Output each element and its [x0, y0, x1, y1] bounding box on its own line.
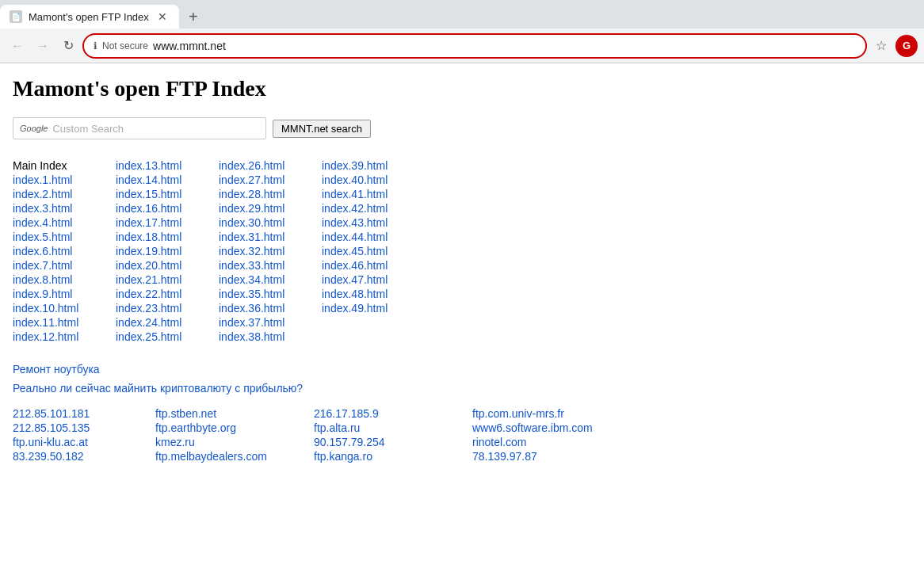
- bottom-link-cell[interactable]: 216.17.185.9: [314, 407, 472, 420]
- index-link[interactable]: index.7.html: [13, 259, 72, 272]
- index-link[interactable]: index.6.html: [13, 245, 72, 257]
- profile-button[interactable]: G: [895, 35, 918, 57]
- bottom-link[interactable]: ftp.uni-klu.ac.at: [13, 436, 88, 448]
- promo-link-1[interactable]: Ремонт ноутбука: [13, 363, 911, 376]
- index-link[interactable]: index.11.html: [13, 316, 78, 329]
- index-cell[interactable]: index.33.html: [219, 258, 322, 273]
- index-cell[interactable]: index.21.html: [116, 273, 219, 287]
- index-cell[interactable]: index.7.html: [13, 258, 116, 273]
- bookmark-button[interactable]: ☆: [870, 35, 892, 57]
- index-link[interactable]: index.14.html: [116, 174, 181, 186]
- index-cell[interactable]: index.3.html: [13, 201, 116, 215]
- index-cell[interactable]: index.9.html: [13, 287, 116, 301]
- index-cell[interactable]: index.47.html: [322, 273, 425, 287]
- index-link[interactable]: index.10.html: [13, 302, 78, 315]
- index-cell[interactable]: index.8.html: [13, 273, 116, 287]
- index-link[interactable]: index.47.html: [322, 273, 388, 286]
- index-link[interactable]: index.49.html: [322, 302, 388, 315]
- bottom-link-cell[interactable]: kmez.ru: [155, 436, 314, 448]
- index-link[interactable]: index.19.html: [116, 245, 181, 257]
- index-link[interactable]: index.36.html: [219, 302, 284, 315]
- address-bar[interactable]: ℹ Not secure www.mmnt.net: [82, 33, 867, 59]
- index-cell[interactable]: index.27.html: [219, 173, 322, 187]
- index-link[interactable]: index.44.html: [322, 231, 388, 243]
- index-link[interactable]: index.42.html: [322, 202, 388, 215]
- index-cell[interactable]: index.49.html: [322, 301, 425, 315]
- index-cell[interactable]: index.4.html: [13, 215, 116, 230]
- bottom-link[interactable]: ftp.alta.ru: [314, 421, 360, 434]
- index-cell[interactable]: index.34.html: [219, 273, 322, 287]
- bottom-link[interactable]: 90.157.79.254: [314, 436, 385, 448]
- index-cell[interactable]: index.16.html: [116, 201, 219, 215]
- bottom-link-cell[interactable]: www6.software.ibm.com: [472, 421, 694, 434]
- back-button[interactable]: ←: [6, 35, 29, 57]
- bottom-link-cell[interactable]: 212.85.105.135: [13, 421, 155, 434]
- index-link[interactable]: index.34.html: [219, 273, 284, 286]
- search-button[interactable]: MMNT.net search: [273, 120, 371, 138]
- bottom-link[interactable]: ftp.stben.net: [155, 407, 216, 420]
- index-link[interactable]: index.28.html: [219, 188, 284, 200]
- index-link[interactable]: index.12.html: [13, 330, 78, 343]
- index-link[interactable]: index.25.html: [116, 330, 181, 343]
- index-link[interactable]: index.38.html: [219, 330, 284, 343]
- index-link[interactable]: index.21.html: [116, 273, 181, 286]
- bottom-link[interactable]: 83.239.50.182: [13, 450, 84, 463]
- index-cell[interactable]: index.28.html: [219, 187, 322, 201]
- index-cell[interactable]: index.36.html: [219, 301, 322, 315]
- index-cell[interactable]: index.18.html: [116, 230, 219, 244]
- bottom-link[interactable]: ftp.com.univ-mrs.fr: [472, 407, 564, 420]
- index-cell[interactable]: index.5.html: [13, 230, 116, 244]
- bottom-link[interactable]: ftp.kanga.ro: [314, 450, 372, 463]
- index-cell[interactable]: index.38.html: [219, 330, 322, 344]
- index-cell[interactable]: index.32.html: [219, 244, 322, 258]
- tab-close-button[interactable]: ✕: [155, 10, 170, 24]
- index-cell[interactable]: index.19.html: [116, 244, 219, 258]
- index-link[interactable]: index.31.html: [219, 231, 284, 243]
- index-link[interactable]: index.40.html: [322, 174, 388, 186]
- index-link[interactable]: index.39.html: [322, 159, 388, 172]
- index-link[interactable]: index.15.html: [116, 188, 181, 200]
- index-link[interactable]: index.32.html: [219, 245, 284, 257]
- index-cell[interactable]: index.10.html: [13, 301, 116, 315]
- index-link[interactable]: index.26.html: [219, 159, 284, 172]
- index-cell[interactable]: index.31.html: [219, 230, 322, 244]
- index-cell[interactable]: index.42.html: [322, 201, 425, 215]
- index-link[interactable]: index.23.html: [116, 302, 181, 315]
- index-cell[interactable]: index.45.html: [322, 244, 425, 258]
- index-link[interactable]: index.27.html: [219, 174, 284, 186]
- bottom-link[interactable]: 212.85.105.135: [13, 421, 90, 434]
- bottom-link-cell[interactable]: ftp.com.univ-mrs.fr: [472, 407, 694, 420]
- index-link[interactable]: index.2.html: [13, 188, 72, 200]
- bottom-link-cell[interactable]: 78.139.97.87: [472, 450, 694, 463]
- index-cell[interactable]: index.15.html: [116, 187, 219, 201]
- index-link[interactable]: index.3.html: [13, 202, 72, 215]
- refresh-button[interactable]: ↻: [57, 35, 79, 57]
- index-cell[interactable]: index.37.html: [219, 315, 322, 330]
- index-link[interactable]: index.48.html: [322, 288, 388, 300]
- index-cell[interactable]: index.12.html: [13, 330, 116, 344]
- bottom-link[interactable]: ftp.earthbyte.org: [155, 421, 236, 434]
- bottom-link-cell[interactable]: 90.157.79.254: [314, 436, 472, 448]
- index-link[interactable]: index.22.html: [116, 288, 181, 300]
- index-cell[interactable]: index.14.html: [116, 173, 219, 187]
- index-link[interactable]: index.35.html: [219, 288, 284, 300]
- index-link[interactable]: index.4.html: [13, 216, 72, 229]
- index-cell[interactable]: index.30.html: [219, 215, 322, 230]
- index-link[interactable]: index.43.html: [322, 216, 388, 229]
- index-cell[interactable]: index.24.html: [116, 315, 219, 330]
- index-cell[interactable]: index.35.html: [219, 287, 322, 301]
- index-link[interactable]: index.8.html: [13, 273, 72, 286]
- index-cell[interactable]: index.11.html: [13, 315, 116, 330]
- bottom-link-cell[interactable]: 212.85.101.181: [13, 407, 155, 420]
- promo-link-2[interactable]: Реально ли сейчас майнить криптовалюту с…: [13, 382, 911, 395]
- index-link[interactable]: index.20.html: [116, 259, 181, 272]
- bottom-link[interactable]: 212.85.101.181: [13, 407, 90, 420]
- index-cell[interactable]: index.40.html: [322, 173, 425, 187]
- index-cell[interactable]: index.48.html: [322, 287, 425, 301]
- search-box[interactable]: Google Custom Search: [13, 117, 266, 139]
- index-link[interactable]: index.30.html: [219, 216, 284, 229]
- index-link[interactable]: index.41.html: [322, 188, 388, 200]
- bottom-link[interactable]: www6.software.ibm.com: [472, 421, 593, 434]
- index-cell[interactable]: index.13.html: [116, 158, 219, 173]
- index-link[interactable]: index.16.html: [116, 202, 181, 215]
